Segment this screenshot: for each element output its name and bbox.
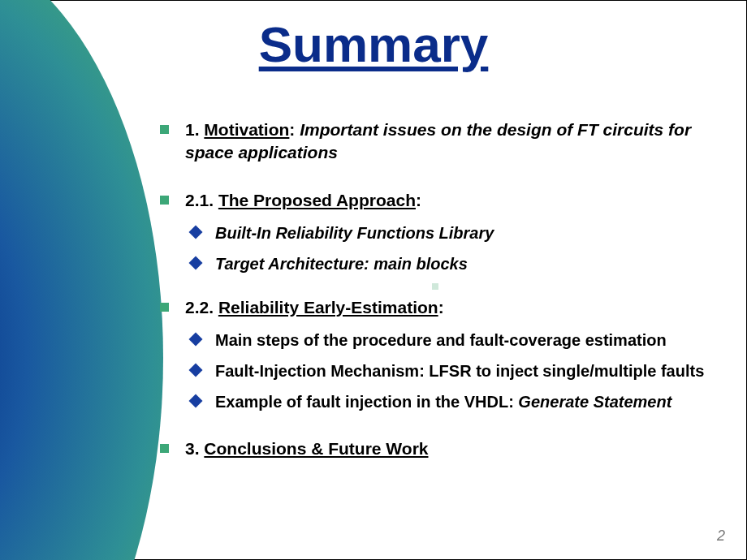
subbullet-part-a: Example of fault injection in the VHDL: — [215, 393, 518, 411]
subbullet-library: Built-In Reliability Functions Library — [191, 222, 717, 244]
faded-square-icon — [432, 283, 438, 290]
bullet-number: 1. — [185, 120, 204, 139]
content-area: 1. Motivation: Important issues on the d… — [160, 118, 717, 461]
square-bullet-icon — [160, 125, 169, 134]
bullet-text: 2.1. The Proposed Approach: — [185, 189, 717, 212]
title-container: Summary — [1, 15, 746, 73]
square-bullet-icon — [160, 444, 169, 453]
subbullet-text: Main steps of the procedure and fault-co… — [215, 329, 717, 351]
bullet-text: 1. Motivation: Important issues on the d… — [185, 118, 717, 165]
square-bullet-icon — [160, 303, 169, 312]
page-number: 2 — [717, 528, 725, 545]
subbullet-text: Example of fault injection in the VHDL: … — [215, 390, 717, 413]
bullet-underline: Conclusions & Future Work — [204, 439, 428, 458]
bullet-underline: Reliability Early-Estimation — [218, 298, 438, 317]
square-bullet-icon — [160, 196, 169, 205]
diamond-bullet-icon — [189, 333, 203, 347]
subbullet-steps: Main steps of the procedure and fault-co… — [191, 329, 717, 351]
slide: Summary 1. Motivation: Important issues … — [0, 0, 747, 560]
bullet-motivation: 1. Motivation: Important issues on the d… — [160, 118, 717, 165]
subbullet-architecture: Target Architecture: main blocks — [191, 252, 717, 275]
bullet-text: 3. Conclusions & Future Work — [185, 437, 717, 460]
decorative-arc — [0, 0, 163, 560]
slide-title: Summary — [259, 15, 489, 73]
bullet-colon: : — [289, 120, 300, 139]
bullet-underline: Motivation — [204, 120, 289, 139]
subbullet-text: Built-In Reliability Functions Library — [215, 222, 717, 244]
bullet-colon: : — [416, 191, 421, 209]
bullet-text: 2.2. Reliability Early-Estimation: — [185, 296, 717, 319]
bullet-number: 3. — [185, 439, 204, 458]
bullet-approach: 2.1. The Proposed Approach: — [160, 189, 717, 212]
bullet-conclusions: 3. Conclusions & Future Work — [160, 437, 717, 460]
bullet-colon: : — [438, 298, 444, 317]
bullet-estimation: 2.2. Reliability Early-Estimation: — [160, 296, 717, 319]
bullet-underline: The Proposed Approach — [218, 191, 416, 209]
bullet-number: 2.1. — [185, 191, 218, 209]
diamond-bullet-icon — [189, 256, 203, 270]
diamond-bullet-icon — [189, 364, 203, 377]
bullet-number: 2.2. — [185, 298, 218, 317]
diamond-bullet-icon — [189, 394, 203, 408]
diamond-bullet-icon — [189, 226, 203, 239]
subbullet-vhdl: Example of fault injection in the VHDL: … — [191, 390, 717, 413]
subbullet-text: Fault-Injection Mechanism: LFSR to injec… — [215, 360, 717, 382]
subbullet-part-b: Generate Statement — [518, 393, 671, 411]
subbullet-lfsr: Fault-Injection Mechanism: LFSR to injec… — [191, 360, 717, 382]
subbullet-text: Target Architecture: main blocks — [215, 252, 717, 275]
